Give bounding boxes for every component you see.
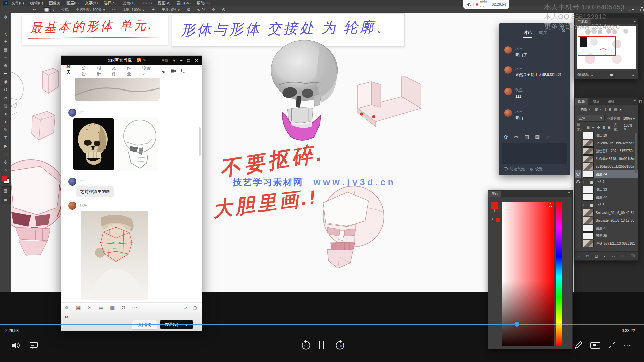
chat-badge[interactable]: 单显 bbox=[161, 58, 168, 63]
menu-type[interactable]: 文字(Y) bbox=[85, 1, 98, 6]
lock-position-icon[interactable]: ✥ bbox=[597, 126, 600, 129]
chat-image-portrait[interactable] bbox=[81, 211, 148, 300]
chat-image-skull-photo[interactable] bbox=[73, 118, 114, 170]
chat-scrollbar[interactable] bbox=[199, 127, 201, 156]
discussion-settings-label[interactable]: 设置 bbox=[535, 167, 543, 172]
tab-announce[interactable]: 公告 bbox=[82, 65, 89, 77]
board-icon[interactable]: ▦ bbox=[535, 134, 540, 140]
filter-toggle-icon[interactable]: ● bbox=[619, 107, 622, 111]
link-layers-icon[interactable]: ∞ bbox=[578, 254, 580, 258]
layer-row[interactable]: Snipaste_20...6_13-17-58 bbox=[575, 217, 638, 224]
filter-adjust-icon[interactable]: ◐ bbox=[600, 107, 602, 111]
smoothing-gear-icon[interactable]: ⚙ bbox=[187, 7, 191, 12]
tab-album[interactable]: 相册 bbox=[97, 65, 104, 77]
menu-3d[interactable]: 3D(D) bbox=[141, 1, 152, 5]
flow-value[interactable]: 100% bbox=[132, 8, 141, 12]
tab-files[interactable]: 文件 bbox=[112, 65, 119, 77]
menu-window[interactable]: 窗口(W) bbox=[176, 1, 191, 6]
fill-value[interactable]: 100% ∨ bbox=[624, 124, 636, 131]
more-options-icon[interactable]: ⋯ bbox=[623, 341, 631, 349]
message-input[interactable]: cc bbox=[65, 314, 69, 319]
avatar[interactable] bbox=[504, 46, 512, 54]
timeline-scrubber-handle[interactable] bbox=[514, 322, 519, 327]
hand-tool[interactable]: ✣ bbox=[0, 158, 11, 166]
keyboard-icon[interactable] bbox=[590, 342, 600, 349]
collapsed-panel-swatches[interactable]: ▦ bbox=[1, 186, 11, 195]
screen-share-icon[interactable] bbox=[181, 68, 186, 74]
back-arrow-icon[interactable]: ← bbox=[15, 9, 23, 20]
layer-row[interactable]: Snipaste_20...6_09-42-54 bbox=[575, 209, 638, 217]
search-icon[interactable]: ⌕ bbox=[621, 7, 624, 12]
annotate-pencil-icon[interactable] bbox=[574, 341, 583, 349]
more-icon[interactable]: ⋯ bbox=[191, 68, 196, 74]
layer-row-group[interactable]: ▸▆组 7 bbox=[575, 178, 638, 186]
menu-file[interactable]: 文件(F) bbox=[11, 1, 24, 6]
type-tool[interactable]: T bbox=[0, 134, 11, 142]
brush-tool-icon[interactable]: ✒ bbox=[32, 7, 36, 12]
new-group-icon[interactable]: ▱ bbox=[612, 254, 615, 258]
layer-opacity-value[interactable]: 100% ∨ bbox=[623, 117, 635, 120]
layer-filter-type[interactable]: 类型 ∨ bbox=[581, 107, 591, 112]
emoji-icon[interactable]: ☺ bbox=[64, 305, 69, 311]
layer-row[interactable]: 图层 32 bbox=[575, 193, 638, 201]
menu-image[interactable]: 图像(I) bbox=[49, 1, 60, 6]
menu-select[interactable]: 选择(S) bbox=[104, 1, 116, 6]
phone-call-icon[interactable] bbox=[161, 68, 166, 74]
new-layer-icon[interactable]: ⊞ bbox=[621, 254, 624, 258]
avatar[interactable] bbox=[68, 109, 76, 117]
menu-view[interactable]: 视图(V) bbox=[158, 1, 170, 6]
discussion-panel[interactable]: 讨论 成员 ✕ 玩鱼 明白了 玩鱼 果然是要动手才能暴露问题 玩鱼 111 玩鱼… bbox=[499, 23, 570, 175]
avatar[interactable] bbox=[68, 202, 76, 210]
paths-tab[interactable]: 路径 bbox=[604, 98, 618, 105]
shape-tool[interactable]: ▢ bbox=[0, 150, 11, 158]
exit-fullscreen-icon[interactable] bbox=[608, 341, 616, 349]
layer-row[interactable]: 图层 31 bbox=[575, 224, 638, 232]
color-field-cursor[interactable] bbox=[549, 203, 552, 207]
chat-titlebar[interactable]: xsk写实肖像一期 ✎ 单显 ∨ − □ ✕ bbox=[61, 56, 202, 65]
scissors-icon[interactable]: ✂ bbox=[88, 305, 92, 311]
image-icon[interactable]: ▨ bbox=[110, 305, 115, 311]
rewind-10-icon[interactable]: 10 bbox=[301, 340, 311, 351]
chat-messages[interactable]: 空 bbox=[61, 77, 202, 302]
forward-30-icon[interactable]: 30 bbox=[335, 340, 345, 351]
dodge-tool[interactable]: ◐ bbox=[0, 118, 11, 126]
panel-menu-icon[interactable]: ≡ bbox=[568, 191, 570, 195]
delete-layer-icon[interactable]: ⌧ bbox=[630, 254, 635, 258]
filter-image-icon[interactable]: ▣ bbox=[595, 107, 598, 112]
layer-row[interactable]: 微信图片_202...3152750 bbox=[575, 147, 638, 155]
collapsed-panel-brushes[interactable]: ▤ bbox=[1, 196, 11, 204]
dock-strip-icon-history[interactable]: ◧ bbox=[638, 99, 642, 104]
zoom-in-icon[interactable]: ▲ bbox=[631, 73, 635, 77]
tab-chat[interactable]: 聊天 bbox=[66, 63, 73, 79]
share-icon[interactable]: ⇗ bbox=[546, 134, 550, 140]
foreground-swatch[interactable] bbox=[491, 202, 498, 209]
zoom-slider[interactable] bbox=[595, 75, 629, 75]
zoom-tool[interactable]: ○ bbox=[0, 166, 11, 174]
menu-edit[interactable]: 编辑(E) bbox=[30, 1, 43, 6]
color-panel-tab[interactable]: 颜色 bbox=[488, 191, 501, 197]
blur-tool[interactable]: ● bbox=[0, 110, 11, 118]
healing-tool[interactable]: ⊕ bbox=[0, 62, 11, 70]
lock-all-icon[interactable]: ▣ bbox=[607, 126, 610, 129]
pause-button[interactable] bbox=[319, 341, 325, 349]
lock-pixels-icon[interactable]: ✒ bbox=[592, 126, 595, 129]
filter-type-icon[interactable]: T bbox=[604, 107, 607, 111]
layer-row[interactable]: 2610daf003...bf2558100a bbox=[575, 163, 638, 170]
layer-row[interactable]: 图层 30 bbox=[575, 232, 638, 240]
screenshot-icon[interactable]: ▦ bbox=[76, 305, 81, 311]
opacity-value[interactable]: 100% bbox=[92, 8, 101, 12]
chat-image-skull-sketch[interactable] bbox=[117, 117, 158, 171]
menu-help[interactable]: 帮助(H) bbox=[197, 1, 210, 6]
maximize-icon[interactable]: □ bbox=[187, 58, 190, 63]
smoothing-value[interactable]: 0% bbox=[171, 8, 176, 12]
brush-preset-picker[interactable]: ∨ bbox=[43, 7, 55, 12]
history-brush-tool[interactable]: ↺ bbox=[0, 86, 11, 94]
volume-icon[interactable] bbox=[11, 341, 21, 349]
marquee-tool[interactable]: ▭ bbox=[0, 21, 11, 29]
gamut-swatch[interactable] bbox=[496, 218, 500, 222]
chat-input-area[interactable]: ☺ ▦ ✂ ▤ ▨ Ω ⋯ ↔ ◷ cc 关闭(C) 发送(S) ∨ bbox=[61, 302, 202, 331]
chat-window[interactable]: xsk写实肖像一期 ✎ 单显 ∨ − □ ✕ 聊天 公告 相册 文件 作业 设置… bbox=[61, 55, 202, 330]
eyedropper-tool[interactable]: ✑ bbox=[0, 54, 11, 62]
avatar[interactable] bbox=[504, 109, 512, 117]
bell-icon[interactable]: Ω bbox=[121, 305, 125, 311]
